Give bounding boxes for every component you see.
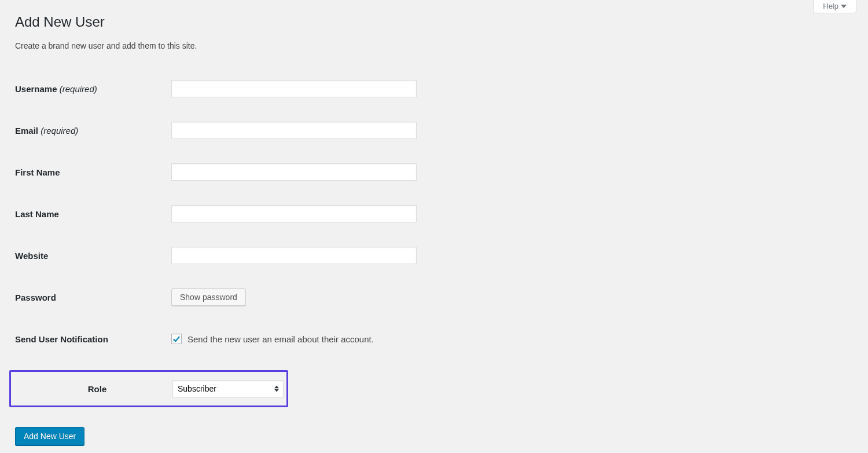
- email-required-hint: (required): [41, 126, 78, 136]
- add-new-user-button[interactable]: Add New User: [15, 427, 84, 445]
- help-tab-button[interactable]: Help: [813, 0, 856, 13]
- screen-meta: Help: [813, 0, 856, 13]
- role-select-wrap: Subscriber: [172, 380, 284, 397]
- role-select[interactable]: Subscriber: [172, 380, 284, 397]
- role-label: Role: [88, 384, 107, 394]
- notification-row: Send User Notification Send the new user…: [15, 318, 856, 360]
- notification-cell: Send the new user an email about their a…: [171, 334, 856, 344]
- website-row: Website: [15, 235, 856, 276]
- username-input[interactable]: [171, 80, 417, 97]
- submit-wrap: Add New User: [15, 427, 856, 445]
- last-name-row: Last Name: [15, 193, 856, 235]
- email-row: Email (required): [15, 109, 856, 151]
- first-name-label: First Name: [15, 167, 60, 177]
- notification-checkbox-label: Send the new user an email about their a…: [187, 334, 374, 344]
- show-password-button[interactable]: Show password: [171, 288, 246, 306]
- first-name-input[interactable]: [171, 163, 417, 181]
- triangle-down-icon: [841, 3, 847, 9]
- add-user-form: Username (required) Email (required) Fir…: [15, 68, 856, 360]
- email-input[interactable]: [171, 122, 417, 139]
- website-label: Website: [15, 251, 48, 261]
- svg-marker-0: [841, 5, 847, 8]
- password-row: Password Show password: [15, 276, 856, 318]
- page-title: Add New User: [15, 13, 856, 31]
- email-label-cell: Email (required): [15, 109, 171, 151]
- username-required-hint: (required): [60, 84, 97, 94]
- page-wrap: Add New User Create a brand new user and…: [0, 0, 868, 445]
- password-label: Password: [15, 293, 56, 302]
- email-label: Email: [15, 126, 38, 136]
- page-subtitle: Create a brand new user and add them to …: [15, 41, 856, 50]
- website-input[interactable]: [171, 247, 417, 264]
- last-name-input[interactable]: [171, 205, 417, 222]
- notification-checkbox[interactable]: [171, 334, 182, 344]
- role-highlight-box: Role Subscriber: [9, 370, 288, 407]
- checkmark-icon: [172, 334, 181, 344]
- notification-label: Send User Notification: [15, 334, 108, 344]
- first-name-row: First Name: [15, 151, 856, 193]
- username-label-cell: Username (required): [15, 68, 171, 109]
- username-row: Username (required): [15, 68, 856, 109]
- help-tab-label: Help: [823, 2, 838, 10]
- role-row: Role Subscriber: [17, 372, 292, 405]
- username-label: Username: [15, 84, 57, 94]
- last-name-label: Last Name: [15, 209, 59, 219]
